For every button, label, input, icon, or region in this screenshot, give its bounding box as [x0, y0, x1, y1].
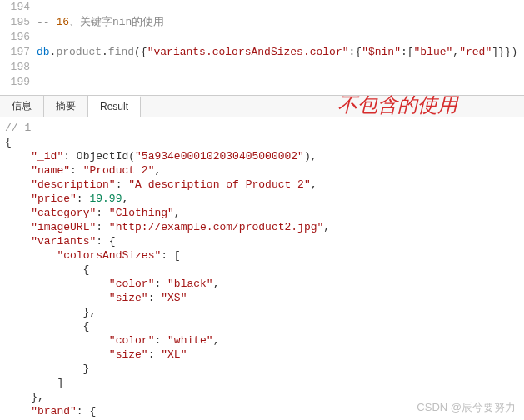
result-line: "color": "white", — [5, 333, 519, 348]
line-number: 196 — [0, 30, 37, 45]
result-line: "colorsAndSizes": [ — [5, 248, 519, 262]
watermark: CSDN @辰兮要努力 — [417, 400, 516, 415]
code-editor[interactable]: 194 195-- 16、关键字nin的使用196 197db.product.… — [0, 0, 524, 90]
result-line: "price": 19.99, — [5, 192, 519, 206]
line-number: 199 — [0, 75, 37, 90]
code-content: -- 16、关键字nin的使用 — [37, 15, 164, 30]
code-line[interactable]: 196 — [0, 30, 524, 45]
result-line: "color": "black", — [5, 277, 519, 291]
result-line: }, — [5, 305, 519, 319]
result-line: "category": "Clothing", — [5, 206, 519, 220]
tab-result[interactable]: Result — [88, 96, 141, 118]
code-line[interactable]: 197db.product.find({"variants.colorsAndS… — [0, 45, 524, 60]
handwritten-annotation: 不包含的使用 — [337, 92, 457, 118]
result-line: "variants": { — [5, 234, 519, 248]
result-line: ] — [5, 376, 519, 390]
line-number: 197 — [0, 45, 37, 60]
code-content: db.product.find({"variants.colorsAndSize… — [37, 45, 517, 60]
line-number: 194 — [0, 0, 37, 15]
result-panel[interactable]: // 1{ "_id": ObjectId("5a934e00010203040… — [0, 118, 524, 420]
tab-摘要[interactable]: 摘要 — [44, 96, 88, 117]
result-line: "description": "A description of Product… — [5, 178, 519, 192]
code-content — [37, 75, 43, 90]
result-line: } — [5, 362, 519, 376]
tab-信息[interactable]: 信息 — [0, 96, 44, 117]
line-number: 198 — [0, 60, 37, 75]
code-content — [37, 60, 43, 75]
result-line: "imageURL": "http://example.com/product2… — [5, 220, 519, 234]
result-line: { — [5, 319, 519, 333]
code-content — [37, 0, 43, 15]
result-line: "name": "Product 2", — [5, 163, 519, 178]
code-line[interactable]: 198 — [0, 60, 524, 75]
line-number: 195 — [0, 15, 37, 30]
result-line: { — [5, 135, 519, 149]
result-line: "size": "XS" — [5, 291, 519, 305]
code-content — [37, 30, 43, 45]
result-line: "_id": ObjectId("5a934e00010203040500000… — [5, 149, 519, 163]
result-line: { — [5, 262, 519, 277]
result-line: // 1 — [5, 121, 519, 135]
code-line[interactable]: 194 — [0, 0, 524, 15]
result-line: "size": "XL" — [5, 348, 519, 362]
code-line[interactable]: 195-- 16、关键字nin的使用 — [0, 15, 524, 30]
code-line[interactable]: 199 — [0, 75, 524, 90]
